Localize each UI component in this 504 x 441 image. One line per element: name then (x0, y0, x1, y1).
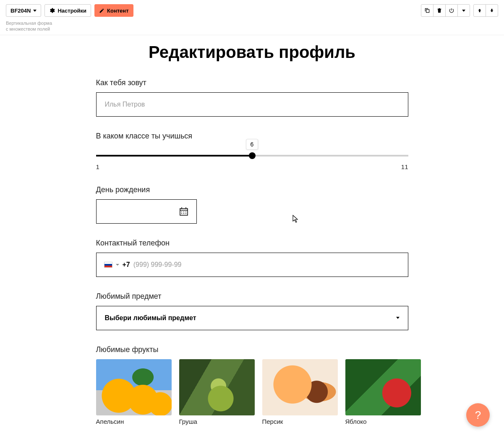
block-id-dropdown[interactable]: BF204N (6, 4, 41, 17)
phone-field-group: Контактный телефон +7 (999) 999-99-99 (96, 239, 408, 277)
slider-track (96, 155, 408, 157)
fruit-image (96, 359, 172, 415)
arrow-down-icon (489, 8, 494, 13)
flag-ru-icon[interactable] (104, 262, 112, 268)
fruit-name: Груша (179, 418, 255, 425)
chevron-down-icon[interactable] (116, 264, 119, 266)
fruit-option-pear[interactable]: Груша (179, 359, 255, 425)
slider-fill (96, 155, 252, 157)
content-label: Контент (107, 8, 129, 14)
subject-label: Любимый предмет (96, 292, 408, 301)
svg-point-4 (181, 211, 182, 212)
chevron-down-icon (462, 10, 465, 12)
block-id-label: BF204N (10, 8, 31, 14)
power-icon (449, 8, 454, 13)
birthday-input[interactable] (96, 199, 197, 224)
svg-point-7 (181, 213, 182, 214)
arrow-up-icon (477, 8, 482, 13)
settings-button[interactable]: Настройки (44, 4, 91, 17)
copy-icon (424, 8, 430, 13)
fruit-option-apple[interactable]: Яблоко (345, 359, 421, 425)
fruit-name: Персик (262, 418, 338, 425)
fruit-image (345, 359, 421, 415)
svg-point-9 (185, 213, 186, 214)
chevron-down-icon (33, 10, 37, 12)
fruit-name: Яблоко (345, 418, 421, 425)
birthday-label: День рождения (96, 185, 408, 194)
slider-thumb[interactable] (249, 152, 256, 159)
svg-point-5 (183, 211, 184, 212)
slider-min: 1 (96, 163, 99, 170)
help-icon: ? (475, 409, 481, 422)
fruits-label: Любимые фрукты (96, 345, 408, 354)
fruit-name: Апельсин (96, 418, 172, 425)
chevron-down-icon (396, 317, 400, 319)
fruit-image (179, 359, 255, 415)
phone-input[interactable]: +7 (999) 999-99-99 (96, 253, 408, 277)
subject-select[interactable]: Выбери любимый предмет (96, 306, 408, 330)
grade-field-group: В каком классе ты учишься 6 1 11 (96, 132, 408, 170)
subject-field-group: Любимый предмет Выбери любимый предмет (96, 292, 408, 330)
fruit-image (262, 359, 338, 415)
gear-icon (49, 8, 55, 13)
top-toolbar: BF204N Настройки Контент Вертикальная фо… (0, 0, 504, 35)
birthday-field-group: День рождения (96, 185, 408, 224)
slider-max: 11 (401, 163, 408, 170)
block-actions-group (421, 4, 470, 17)
phone-label: Контактный телефон (96, 239, 408, 248)
svg-point-8 (183, 213, 184, 214)
help-button[interactable]: ? (466, 403, 490, 427)
block-move-group (473, 4, 498, 17)
trash-icon (436, 8, 442, 13)
block-subtitle: Вертикальная форма с множеством полей (6, 20, 52, 32)
name-input[interactable] (96, 92, 408, 117)
calendar-icon (179, 206, 189, 217)
settings-label: Настройки (57, 8, 86, 14)
fruit-option-peach[interactable]: Персик (262, 359, 338, 425)
pencil-icon (99, 8, 104, 13)
power-button[interactable] (445, 4, 458, 17)
move-up-button[interactable] (473, 4, 486, 17)
grade-slider[interactable]: 6 1 11 (96, 155, 408, 170)
slider-tooltip: 6 (246, 139, 259, 150)
page-title: Редактировать профиль (0, 43, 504, 62)
phone-prefix: +7 (123, 261, 130, 269)
svg-point-6 (185, 211, 186, 212)
subject-placeholder: Выбери любимый предмет (105, 314, 196, 322)
profile-form: Как тебя зовут В каком классе ты учишься… (96, 78, 408, 425)
content-button[interactable]: Контент (94, 4, 133, 17)
fruits-grid: Апельсин Груша Персик Яблоко (96, 359, 408, 425)
fruits-field-group: Любимые фрукты Апельсин Груша Персик Ябл… (96, 345, 408, 425)
duplicate-button[interactable] (421, 4, 433, 17)
phone-placeholder: (999) 999-99-99 (133, 261, 182, 269)
name-label: Как тебя зовут (96, 78, 408, 87)
fruit-option-orange[interactable]: Апельсин (96, 359, 172, 425)
name-field-group: Как тебя зовут (96, 78, 408, 117)
more-dropdown[interactable] (457, 4, 470, 17)
delete-button[interactable] (433, 4, 446, 17)
move-down-button[interactable] (486, 4, 498, 17)
